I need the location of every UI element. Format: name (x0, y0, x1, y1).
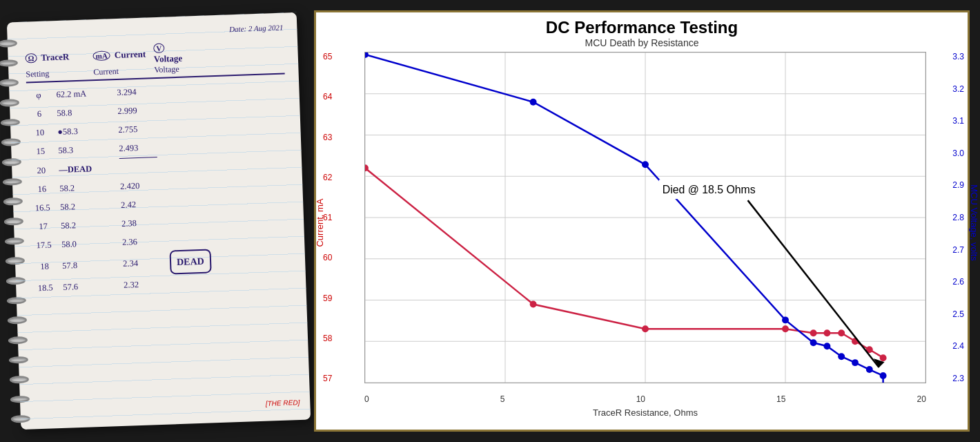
y-left-label-62: 62 (323, 173, 332, 182)
y-right-label-2.5: 2.5 (952, 309, 964, 319)
y-left-label-60: 60 (323, 253, 332, 262)
current-dot-16.5 (823, 329, 830, 336)
y-right-label-3.0: 3.0 (952, 148, 964, 158)
voltage-subheader: Voltage (154, 64, 195, 75)
notebook-date: Date: 2 Aug 2021 (24, 23, 283, 41)
tracer-setting-header: Ω TraceR (25, 50, 88, 64)
y-left-label-63: 63 (323, 133, 332, 142)
y-right-label-3.3: 3.3 (952, 52, 964, 61)
omega-circle: Ω (25, 53, 37, 64)
y-right-label-3.2: 3.2 (952, 84, 964, 94)
current-dot-10 (642, 325, 649, 332)
notebook-panel: Date: 2 Aug 2021 Ω TraceR mA Current V (7, 7, 311, 435)
x-label-20: 20 (917, 394, 926, 404)
voltage-dot-15 (782, 316, 789, 323)
y-axis-left-labels: 57 58 59 60 61 62 63 64 65 (323, 52, 332, 383)
y-right-label-2.8: 2.8 (952, 213, 964, 222)
voltage-dot-10 (642, 161, 649, 168)
notebook-text: Date: 2 Aug 2021 Ω TraceR mA Current V (24, 23, 292, 298)
x-label-15: 15 (776, 394, 785, 404)
voltage-dot-17.5 (852, 359, 859, 366)
x-axis-labels: 0 5 10 15 20 (364, 394, 926, 404)
ma-circle: mA (92, 50, 110, 61)
voltage-dot-17 (838, 353, 845, 360)
current-dot-18.5 (880, 354, 887, 361)
chart-svg: Died @ 18.5 Ohms (365, 52, 925, 383)
y-left-label-57: 57 (323, 374, 332, 383)
chart-inner: Died @ 18.5 Ohms (364, 52, 926, 383)
chart-outer: DC Performance Testing MCU Death by Resi… (314, 10, 970, 432)
notebook: Date: 2 Aug 2021 Ω TraceR mA Current V (7, 12, 311, 430)
notebook-content: Date: 2 Aug 2021 Ω TraceR mA Current V (7, 12, 311, 430)
voltage-dot-0 (365, 52, 369, 58)
y-right-label-3.1: 3.1 (952, 116, 964, 126)
current-subheader: Current (93, 65, 148, 77)
y-left-label-65: 65 (323, 52, 332, 61)
voltage-line (365, 55, 883, 383)
brand-text: [THE RED] (266, 398, 300, 407)
current-header: mA Current (92, 48, 148, 61)
voltage-dot-16.5 (823, 343, 830, 349)
y-left-label-61: 61 (323, 213, 332, 222)
x-label-0: 0 (364, 394, 369, 404)
x-axis-title: TraceR Resistance, Ohms (593, 407, 698, 418)
y-axis-right-labels: 2.3 2.4 2.5 2.6 2.7 2.8 2.9 3.0 3.1 3.2 … (952, 52, 964, 383)
chart-area: Current, mA MCU Voltage, volts 57 58 59 … (364, 52, 926, 383)
x-label-10: 10 (636, 394, 645, 404)
y-left-label-64: 64 (323, 92, 332, 102)
current-dot-6 (530, 300, 537, 307)
voltage-dot-18.5 (880, 372, 887, 379)
y-right-label-2.3: 2.3 (952, 374, 964, 383)
main-container: Date: 2 Aug 2021 Ω TraceR mA Current V (7, 7, 973, 435)
x-label-5: 5 (500, 394, 505, 404)
y-left-label-59: 59 (323, 294, 332, 303)
chart-subtitle: MCU Death by Resistance (316, 37, 968, 48)
annotation-text: Died @ 18.5 Ohms (663, 184, 756, 195)
dead-badge-18: DEAD (169, 249, 211, 274)
v-circle: V (153, 44, 164, 54)
chart-title: DC Performance Testing (316, 12, 968, 37)
current-line (365, 168, 883, 358)
y-axis-right-title: MCU Voltage, volts (970, 184, 980, 261)
y-right-label-2.4: 2.4 (952, 341, 964, 351)
chart-panel: DC Performance Testing MCU Death by Resi… (311, 7, 973, 435)
y-right-label-2.6: 2.6 (952, 277, 964, 287)
current-dot-15 (782, 325, 789, 332)
voltage-dot-6 (530, 99, 537, 106)
current-dot-16 (810, 329, 817, 336)
setting-subheader: Setting (26, 67, 88, 79)
voltage-dot-16 (810, 339, 817, 346)
voltage-dot-18 (866, 366, 873, 373)
y-right-label-2.7: 2.7 (952, 245, 964, 255)
voltage-header: V Voltage (153, 41, 195, 65)
y-right-label-2.9: 2.9 (952, 180, 964, 190)
y-left-label-58: 58 (323, 334, 332, 343)
current-dot-17 (838, 329, 845, 336)
